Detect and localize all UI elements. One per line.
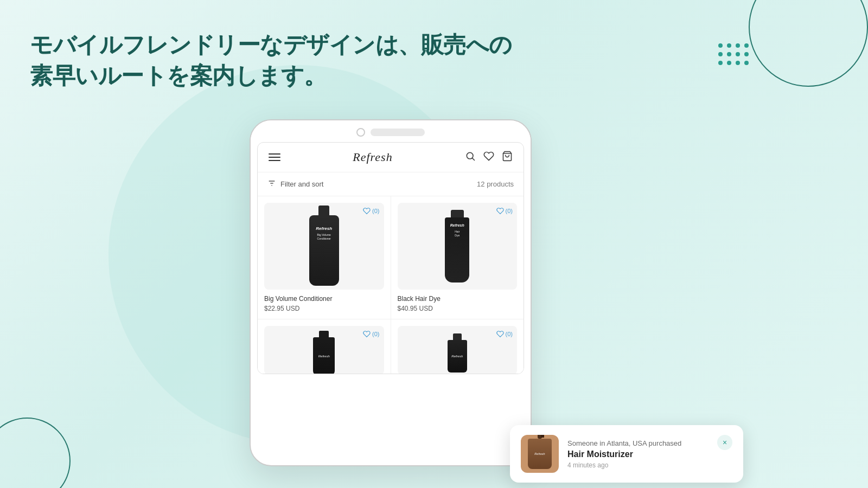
notification-time: 4 minutes ago <box>567 461 709 469</box>
phone-top-bar <box>251 120 531 142</box>
app-nav: Refresh <box>258 143 524 172</box>
notification-popup: Refresh Someone in Atlanta, USA purchase… <box>510 425 743 483</box>
bag-icon[interactable] <box>502 151 513 164</box>
product-2-price: $40.95 USD <box>398 305 518 312</box>
notification-close-button[interactable]: × <box>717 435 732 450</box>
app-content: Refresh <box>257 142 524 374</box>
tube-shape-1: Refresh HairDye <box>445 217 469 282</box>
notification-message: Someone in Atlanta, USA purchased <box>567 439 709 447</box>
product-2-heart[interactable]: (0) <box>496 207 513 215</box>
products-count: 12 products <box>477 180 514 188</box>
product-img-4: Refresh (0) <box>398 326 518 374</box>
bottle-shape-1: Refresh Big VolumeConditioner <box>309 215 339 286</box>
svg-line-1 <box>473 158 475 160</box>
product-img-3: Refresh (0) <box>264 326 384 374</box>
product-img-2: Refresh HairDye (0) <box>398 203 518 290</box>
product-3-likes: (0) <box>372 331 379 337</box>
product-4-heart[interactable]: (0) <box>496 330 513 338</box>
product-1-price: $22.95 USD <box>264 305 384 312</box>
phone-camera <box>356 128 365 137</box>
notification-product-name: Hair Moisturizer <box>567 450 709 459</box>
product-4-likes: (0) <box>506 331 513 337</box>
app-logo: Refresh <box>353 150 392 164</box>
hamburger-menu[interactable] <box>269 153 280 161</box>
phone-mockup: Refresh <box>250 119 532 466</box>
filter-icon <box>267 179 276 189</box>
bg-circle-bottom-left <box>0 418 71 488</box>
product-card-3[interactable]: Refresh (0) <box>258 319 391 374</box>
svg-point-0 <box>467 152 473 159</box>
product-2-likes: (0) <box>506 208 513 214</box>
main-heading: モバイルフレンドリーなデザインは、販売への 素早いルートを案内します。 <box>30 30 512 91</box>
filter-left[interactable]: Filter and sort <box>267 179 323 189</box>
product-1-likes: (0) <box>372 208 379 214</box>
search-icon[interactable] <box>465 151 476 164</box>
product-3-heart[interactable]: (0) <box>363 330 379 338</box>
product-1-name: Big Volume Conditioner <box>264 295 384 303</box>
product-img-1: Refresh Big VolumeConditioner (0) <box>264 203 384 290</box>
nav-icons <box>465 151 513 164</box>
heading-line2: 素早いルートを案内します。 <box>30 61 512 92</box>
dot-grid-decoration <box>718 43 749 65</box>
phone-bar <box>371 129 425 136</box>
bg-circle-top-right <box>749 0 868 87</box>
notification-text: Someone in Atlanta, USA purchased Hair M… <box>567 439 709 469</box>
product-grid: Refresh Big VolumeConditioner (0) Big Vo… <box>258 196 524 374</box>
product-2-name: Black Hair Dye <box>398 295 518 303</box>
product-card-1[interactable]: Refresh Big VolumeConditioner (0) Big Vo… <box>258 196 391 319</box>
phone-outer: Refresh <box>250 119 532 466</box>
product-card-4[interactable]: Refresh (0) <box>391 319 524 374</box>
product-card-2[interactable]: Refresh HairDye (0) Black Hair Dye $40.9… <box>391 196 524 319</box>
heading-line1: モバイルフレンドリーなデザインは、販売への <box>30 30 512 61</box>
notification-product-image: Refresh <box>521 435 559 473</box>
filter-label: Filter and sort <box>280 180 323 188</box>
heart-icon[interactable] <box>483 151 494 164</box>
filter-bar: Filter and sort 12 products <box>258 172 524 196</box>
product-1-heart[interactable]: (0) <box>363 207 379 215</box>
